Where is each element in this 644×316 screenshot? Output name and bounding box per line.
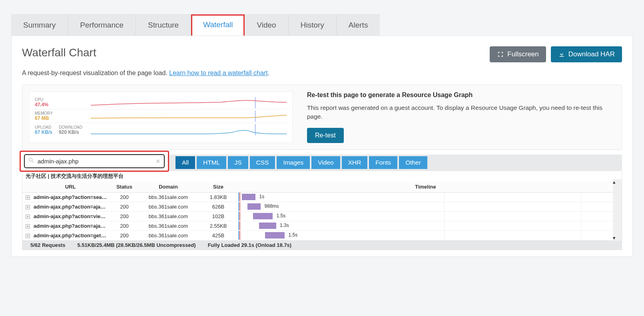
table-footer: 5/62 Requests 5.51KB/25.4MB (28.5KB/26.5… [22,240,622,250]
filter-all[interactable]: All [175,156,195,169]
clear-search-icon[interactable]: ✕ [156,158,161,165]
col-timeline[interactable]: Timeline [238,181,613,192]
footer-requests: 5/62 Requests [26,242,65,248]
waterfall-panel: Waterfall Chart Fullscreen Download HAR … [11,36,633,257]
retest-button[interactable]: Re-test [307,128,344,143]
fullscreen-button[interactable]: Fullscreen [490,46,546,62]
learn-waterfall-link[interactable]: Learn how to read a waterfall chart [169,70,267,76]
resource-usage-box: CPU47.4%MEMORY67 MBUPLOAD67 KB/sDOWNLOAD… [22,85,622,150]
cell-status: 200 [110,212,138,221]
cell-size: 626B [198,202,238,211]
download-har-button[interactable]: Download HAR [551,46,622,62]
table-header-row: URL Status Domain Size Timeline ▼ [22,181,622,193]
tab-video[interactable]: Video [245,14,288,36]
search-highlight: ✕ [20,151,169,172]
cell-domain: bbs.361sale.com [138,202,198,211]
cell-url: admin-ajax.php?action=view… [30,212,110,221]
cell-size: 2.55KB [198,221,238,231]
scroll-up-icon[interactable]: ▴ [613,179,622,185]
fullscreen-icon [497,51,504,58]
filter-html[interactable]: HTML [197,156,226,169]
tab-history[interactable]: History [289,14,337,36]
cell-timeline: 1s [238,193,613,201]
filter-js[interactable]: JS [228,156,248,169]
cell-url: admin-ajax.php?action=sear… [30,193,110,202]
filter-other[interactable]: Other [399,156,427,169]
footer-loaded: Fully Loaded 29.1s (Onload 18.7s) [208,242,292,248]
tab-summary[interactable]: Summary [11,14,68,36]
cell-status: 200 [110,221,138,231]
filter-xhr[interactable]: XHR [342,156,368,169]
tab-alerts[interactable]: Alerts [337,14,380,36]
page-title: Waterfall Chart [22,46,96,59]
scroll-down-icon[interactable]: ▾ [613,235,622,241]
cell-status: 200 [110,202,138,211]
svg-line-4 [32,161,33,162]
filter-images[interactable]: Images [277,156,310,169]
cell-domain: bbs.361sale.com [138,221,198,231]
cell-domain: bbs.361sale.com [138,212,198,221]
resource-heading: Re-test this page to generate a Resource… [307,91,615,99]
table-row[interactable]: +admin-ajax.php?action=sear…200bbs.361sa… [22,193,622,202]
filter-css[interactable]: CSS [250,156,275,169]
col-size[interactable]: Size [198,181,238,192]
cell-timeline: 1.5s [238,231,613,240]
svg-point-3 [29,158,32,161]
cell-timeline: 988ms [238,202,613,211]
table-row[interactable]: +admin-ajax.php?action=ajax…200bbs.361sa… [22,202,622,212]
resource-graph-row: UPLOAD67 KB/sDOWNLOAD920 KB/s [35,123,287,137]
tab-performance[interactable]: Performance [68,14,136,36]
tab-waterfall[interactable]: Waterfall [191,14,245,36]
table-row[interactable]: +admin-ajax.php?action=get_…200bbs.361sa… [22,231,622,240]
page-title-row: 光子社区 | 技术交流与生活分享的理想平台 [22,171,622,181]
filter-video[interactable]: Video [311,156,340,169]
col-domain[interactable]: Domain [138,181,198,192]
resource-graph-row: CPU47.4% [35,96,287,109]
panel-subtext: A request-by-request visualization of th… [22,70,622,77]
cell-size: 102B [198,212,238,221]
table-row[interactable]: +admin-ajax.php?action=ajax…200bbs.361sa… [22,221,622,231]
footer-size: 5.51KB/25.4MB (28.5KB/26.5MB Uncompresse… [77,242,195,248]
cell-timeline: 1.3s [238,221,613,230]
expand-row-icon[interactable]: + [26,215,30,219]
col-status[interactable]: Status [110,181,138,192]
col-url[interactable]: URL [30,181,110,192]
cell-url: admin-ajax.php?action=ajax… [30,221,110,231]
search-input[interactable] [36,157,156,165]
resource-graph-preview: CPU47.4%MEMORY67 MBUPLOAD67 KB/sDOWNLOAD… [29,91,293,143]
filter-fonts[interactable]: Fonts [369,156,397,169]
expand-row-icon[interactable]: + [26,205,30,209]
cell-url: admin-ajax.php?action=get_… [30,231,110,240]
resource-text: This report was generated on a guest acc… [307,103,615,121]
expand-row-icon[interactable]: + [26,195,30,200]
cell-timeline: 1.5s [238,212,613,221]
expand-row-icon[interactable]: + [26,234,30,238]
cell-domain: bbs.361sale.com [138,193,198,202]
waterfall-table: 光子社区 | 技术交流与生活分享的理想平台 URL Status Domain … [22,171,622,250]
search-icon [28,157,34,165]
resource-graph-row: MEMORY67 MB [35,109,287,123]
cell-status: 200 [110,231,138,240]
cell-domain: bbs.361sale.com [138,231,198,240]
download-icon [558,51,565,58]
cell-status: 200 [110,193,138,202]
scrollbar-track[interactable]: ▴ ▾ [613,179,622,241]
table-row[interactable]: +admin-ajax.php?action=view…200bbs.361sa… [22,212,622,221]
tab-structure[interactable]: Structure [136,14,191,36]
expand-row-icon[interactable]: + [26,224,30,229]
cell-size: 425B [198,231,238,240]
cell-size: 1.83KB [198,193,238,202]
filter-bar: ✕ AllHTMLJSCSSImagesVideoXHRFontsOther [22,155,622,171]
cell-url: admin-ajax.php?action=ajax… [30,202,110,211]
